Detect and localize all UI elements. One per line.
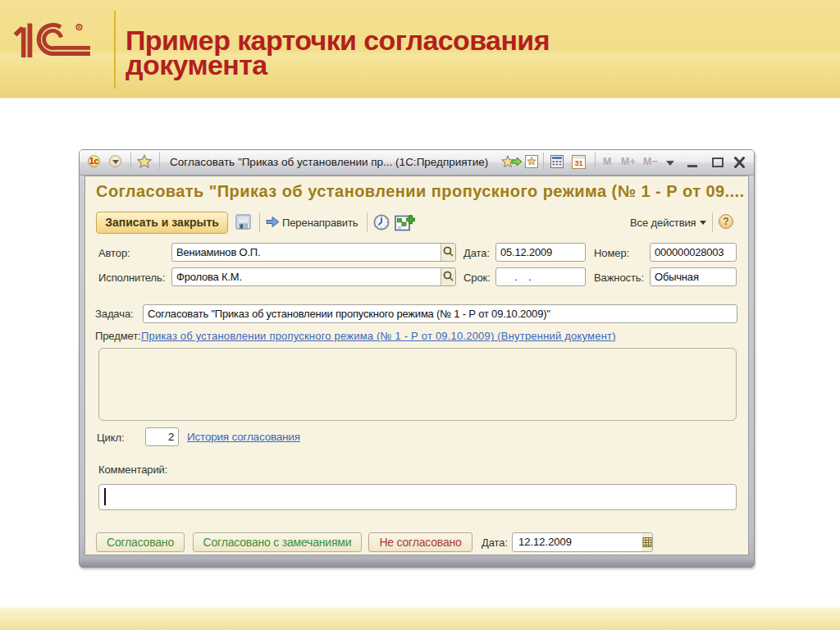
svg-text:31: 31 [574, 159, 582, 167]
